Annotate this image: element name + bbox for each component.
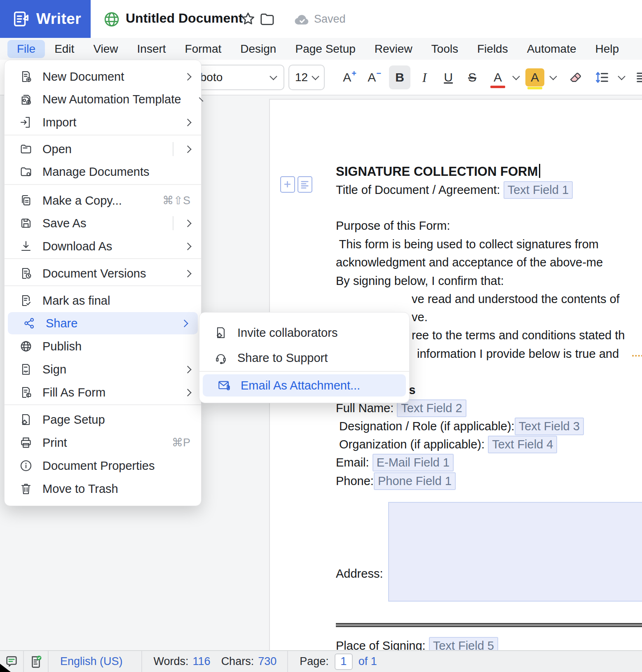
highlight-color-swatch [527, 87, 542, 89]
paragraph-options-icon[interactable] [298, 176, 312, 193]
chevron-down-icon [269, 72, 277, 80]
menu-item-fill-as-form[interactable]: Fill As Form [5, 381, 201, 404]
folder-icon[interactable] [259, 11, 275, 27]
import-icon [19, 116, 33, 129]
chevron-right-icon [184, 243, 191, 250]
line-spacing-button[interactable] [591, 65, 613, 89]
place-of-signing-line: Place of Signing: Text Field 5 [336, 637, 498, 650]
text-field-2[interactable]: Text Field 2 [397, 399, 466, 417]
text-field-4[interactable]: Text Field 4 [488, 436, 557, 453]
purpose-line-2: acknowledgment and acceptance of the abo… [336, 253, 603, 271]
move-to-trash-icon [19, 482, 33, 495]
document-title[interactable]: Untitled Document [126, 11, 243, 26]
highlight-color-dropdown[interactable] [547, 65, 559, 89]
sign-icon [19, 363, 33, 376]
file-menu: New Document New Automation Template Imp… [4, 60, 202, 506]
chevron-down-icon [312, 72, 319, 80]
share-submenu: Invite collaborators Share to Support Em… [199, 312, 410, 403]
add-block-icon[interactable] [280, 176, 295, 193]
email-field-1[interactable]: E-Mail Field 1 [373, 454, 454, 471]
language-selector[interactable]: English (US) [49, 655, 141, 668]
font-size-value: 12 [295, 71, 308, 84]
confirm-frag-1: ve read and understood the contents of [412, 290, 620, 308]
menu-separator [199, 371, 409, 372]
confirm-frag-4: information I provide below is true and [417, 345, 619, 363]
menu-item-new-automation-template[interactable]: New Automation Template [5, 88, 201, 110]
menu-item-email-as-attachment[interactable]: Email As Attachment... [203, 374, 406, 397]
manage-documents-icon [19, 165, 33, 178]
menu-item-import[interactable]: Import [5, 111, 201, 133]
menu-item-publish[interactable]: Publish [5, 335, 201, 357]
menu-item-mark-as-final[interactable]: Mark as final [5, 289, 201, 312]
menu-item-share[interactable]: Share [8, 312, 198, 334]
organization-line: Organization (if applicable): Text Field… [336, 435, 557, 453]
menu-view[interactable]: View [84, 40, 127, 58]
menu-item-manage-documents[interactable]: Manage Documents [5, 161, 201, 183]
menu-item-make-a-copy[interactable]: Make a Copy...⌘⇧S [5, 189, 201, 212]
menu-edit[interactable]: Edit [45, 40, 84, 58]
menu-item-open[interactable]: Open [5, 138, 201, 160]
doc-title-line: Title of Document / Agreement: Text Fiel… [336, 181, 573, 199]
menu-help[interactable]: Help [586, 40, 629, 58]
invite-collaborators-icon [214, 326, 227, 339]
open-icon [19, 142, 33, 156]
menu-item-sign[interactable]: Sign [5, 358, 201, 380]
font-color-dropdown[interactable] [510, 65, 522, 89]
underline-button[interactable]: U [438, 65, 458, 89]
clear-format-button[interactable] [565, 65, 586, 89]
menu-item-document-versions[interactable]: Document Versions [5, 262, 201, 285]
menu-item-page-setup[interactable]: Page Setup [5, 408, 201, 431]
text-field-3[interactable]: Text Field 3 [515, 418, 584, 435]
text-cursor [539, 164, 540, 178]
font-size-select[interactable]: 12 [288, 65, 325, 90]
menu-design[interactable]: Design [231, 40, 286, 58]
doc-heading: SIGNATURE COLLECTION FORM [336, 163, 540, 181]
menu-separator [5, 285, 201, 286]
char-count[interactable]: Chars:730 [211, 655, 277, 668]
download-as-icon [19, 240, 33, 253]
menu-item-move-to-trash[interactable]: Move to Trash [5, 478, 201, 500]
menu-item-new-document[interactable]: New Document [5, 65, 201, 88]
menu-review[interactable]: Review [365, 40, 422, 58]
menu-insert[interactable]: Insert [128, 40, 176, 58]
bold-button[interactable]: B [389, 65, 410, 89]
page-setup-icon [19, 413, 33, 426]
text-field-5[interactable]: Text Field 5 [429, 637, 498, 650]
writer-logo[interactable]: Writer [0, 0, 91, 38]
word-count[interactable]: Words:116 [142, 655, 211, 668]
menu-item-download-as[interactable]: Download As [5, 235, 201, 257]
italic-button[interactable]: I [415, 65, 434, 89]
designation-line: Designation / Role (if applicable):Text … [336, 417, 584, 435]
decrease-font-button[interactable]: A− [363, 65, 385, 89]
menu-item-save-as[interactable]: Save As [5, 212, 201, 234]
menu-format[interactable]: Format [176, 40, 231, 58]
menu-item-share-to-support[interactable]: Share to Support [199, 347, 409, 369]
menu-fields[interactable]: Fields [468, 40, 518, 58]
favorite-star-icon[interactable] [240, 11, 256, 27]
text-field-1[interactable]: Text Field 1 [504, 181, 573, 199]
spellcheck-doc-icon [29, 655, 43, 669]
menu-page-setup[interactable]: Page Setup [286, 40, 365, 58]
proofing-button[interactable] [24, 655, 48, 669]
line-spacing-icon [594, 69, 610, 86]
menu-tools[interactable]: Tools [422, 40, 468, 58]
address-multiline-field[interactable] [388, 502, 642, 602]
strikethrough-button[interactable]: S [462, 65, 482, 89]
align-button[interactable] [635, 65, 642, 89]
eraser-icon [568, 70, 583, 85]
phone-field-1[interactable]: Phone Field 1 [374, 472, 456, 490]
new-automation-template-icon [19, 93, 33, 106]
menu-item-document-properties[interactable]: Document Properties [5, 455, 201, 477]
menu-item-invite-collaborators[interactable]: Invite collaborators [199, 322, 409, 344]
page-label: Page: [300, 655, 329, 668]
page-number-input[interactable]: 1 [335, 653, 353, 670]
menu-separator [5, 404, 201, 405]
menu-file[interactable]: File [7, 40, 45, 58]
increase-font-button[interactable]: A+ [339, 65, 360, 89]
highlight-color-button[interactable]: A [525, 65, 545, 89]
font-color-button[interactable]: A [488, 65, 508, 89]
menu-automate[interactable]: Automate [518, 40, 586, 58]
chevron-right-icon [184, 219, 191, 227]
line-spacing-dropdown[interactable] [616, 65, 627, 89]
menu-item-print[interactable]: Print⌘P [5, 432, 201, 454]
